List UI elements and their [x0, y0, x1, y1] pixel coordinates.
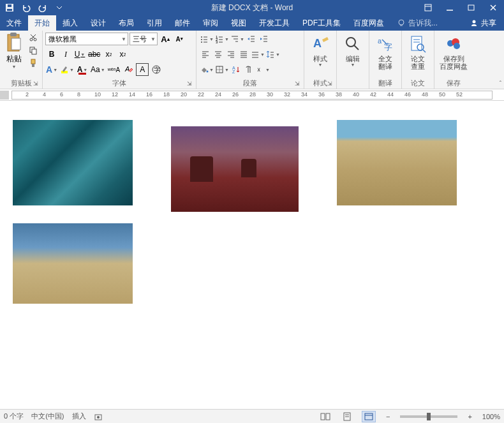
image-mining-machine[interactable]	[13, 223, 133, 304]
font-size-combo[interactable]: 三号▼	[130, 33, 158, 45]
tab-developer[interactable]: 开发工具	[253, 15, 296, 31]
show-marks-button[interactable]	[242, 63, 255, 76]
minimize-button[interactable]	[439, 0, 461, 15]
chevron-down-icon[interactable]: ▼	[151, 36, 156, 42]
tab-mailings[interactable]: 邮件	[168, 15, 196, 31]
subscript-button[interactable]: x2	[102, 48, 115, 61]
clear-formatting-button[interactable]: A	[122, 63, 135, 76]
styles-dialog-launcher[interactable]: ⇲	[327, 80, 335, 88]
increase-indent-button[interactable]	[258, 33, 271, 45]
tab-design[interactable]: 设计	[84, 15, 112, 31]
collapse-ribbon-button[interactable]: ˆ	[500, 80, 501, 87]
macro-indicator[interactable]	[94, 412, 103, 421]
strikethrough-button[interactable]: abc	[87, 48, 101, 61]
shading-button[interactable]: ▼	[199, 63, 214, 76]
save-qat-button[interactable]	[3, 1, 17, 15]
horizontal-ruler[interactable]: 2468101214161820222426283032343638404244…	[0, 89, 504, 101]
clipboard-dialog-launcher[interactable]: ⇲	[33, 80, 41, 88]
multilevel-list-button[interactable]: ▼	[230, 33, 245, 45]
qat-customize-button[interactable]	[52, 1, 66, 15]
shrink-font-button[interactable]: A▾	[173, 33, 186, 45]
paste-button[interactable]: 粘贴 ▼	[3, 32, 26, 69]
italic-button[interactable]: I	[59, 48, 72, 61]
tab-pdftools[interactable]: PDF工具集	[296, 15, 347, 31]
align-left-button[interactable]	[199, 48, 212, 61]
font-color-button[interactable]: A▼	[76, 63, 89, 76]
phonetic-guide-button[interactable]: wénA	[107, 63, 121, 76]
numbering-button[interactable]: 123▼	[214, 33, 230, 45]
cut-button[interactable]	[27, 32, 40, 43]
tab-home[interactable]: 开始	[28, 15, 56, 31]
line-spacing-button[interactable]: ▼	[265, 48, 281, 61]
zoom-slider-thumb[interactable]	[427, 413, 431, 420]
image-desert-monuments[interactable]	[171, 126, 299, 212]
underline-button[interactable]: U▼	[73, 48, 86, 61]
share-button[interactable]: 共享	[462, 15, 504, 31]
decrease-indent-button[interactable]	[245, 33, 258, 45]
zoom-slider[interactable]	[400, 415, 457, 418]
word-count[interactable]: 0 个字	[4, 412, 24, 421]
image-ocean-waves[interactable]	[13, 120, 133, 205]
font-dialog-launcher[interactable]: ⇲	[187, 80, 195, 88]
bold-button[interactable]: B	[45, 48, 58, 61]
tab-review[interactable]: 审阅	[196, 15, 225, 31]
close-button[interactable]	[482, 0, 504, 15]
justify-button[interactable]	[237, 48, 250, 61]
chevron-down-icon[interactable]: ▼	[121, 36, 126, 42]
tab-layout[interactable]: 布局	[112, 15, 140, 31]
align-center-button[interactable]	[212, 48, 225, 61]
ruler-tick: 34	[301, 91, 308, 98]
insert-mode[interactable]: 插入	[72, 412, 86, 421]
tab-references[interactable]: 引用	[140, 15, 168, 31]
undo-qat-button[interactable]	[19, 1, 33, 15]
paragraph-dialog-launcher[interactable]: ⇲	[295, 80, 302, 88]
redo-qat-button[interactable]	[36, 1, 50, 15]
bullets-button[interactable]: ▼	[199, 33, 214, 45]
tab-view[interactable]: 视图	[225, 15, 253, 31]
copy-icon	[29, 46, 38, 55]
change-case-button[interactable]: Aa▼	[90, 63, 106, 76]
sort-button[interactable]: AZ	[230, 63, 242, 76]
document-area[interactable]	[0, 101, 504, 409]
align-right-button[interactable]	[225, 48, 237, 61]
tab-selector[interactable]	[0, 91, 9, 100]
svg-text:A: A	[124, 65, 130, 73]
read-mode-button[interactable]	[318, 411, 332, 422]
tab-file[interactable]: 文件	[0, 15, 28, 31]
styles-button[interactable]: A 样式 ▼	[307, 32, 334, 67]
zoom-level[interactable]: 100%	[482, 413, 500, 420]
highlight-button[interactable]: ▼	[59, 63, 75, 76]
format-painter-button[interactable]	[27, 57, 40, 69]
maximize-button[interactable]	[461, 0, 482, 15]
thesis-check-button[interactable]: 论文 查重	[404, 32, 431, 70]
grow-font-button[interactable]: A▴	[159, 33, 172, 45]
enclose-characters-button[interactable]: 字	[150, 63, 163, 76]
zoom-out-button[interactable]: −	[383, 413, 392, 420]
tab-insert[interactable]: 插入	[56, 15, 84, 31]
tell-me-box[interactable]: 告诉我...	[397, 15, 438, 31]
character-border-button[interactable]: A	[136, 63, 149, 76]
ruler-tick: 26	[232, 91, 239, 98]
zoom-in-button[interactable]: +	[465, 413, 474, 420]
superscript-button[interactable]: x2	[116, 48, 129, 61]
pilcrow-icon	[244, 65, 253, 74]
tab-baidudisk[interactable]: 百度网盘	[347, 15, 390, 31]
language-indicator[interactable]: 中文(中国)	[31, 412, 64, 421]
font-name-combo[interactable]: 微软雅黑▼	[45, 33, 128, 45]
ribbon-display-button[interactable]	[417, 0, 439, 15]
ruler-tick: 36	[318, 91, 325, 98]
text-effects-button[interactable]: A▼	[45, 63, 58, 76]
copy-button[interactable]	[27, 45, 40, 56]
print-layout-button[interactable]	[340, 411, 354, 422]
document-search-icon	[408, 34, 427, 54]
window-controls	[417, 0, 504, 15]
svg-point-11	[473, 20, 476, 24]
editing-button[interactable]: 编辑 ▼	[339, 32, 366, 67]
image-quarry-bulldozer[interactable]	[337, 120, 457, 205]
web-layout-button[interactable]	[362, 411, 376, 422]
asian-layout-button[interactable]: ☓▼	[255, 63, 271, 76]
save-baidu-button[interactable]: 保存到 百度网盘	[437, 32, 470, 70]
borders-button[interactable]: ▼	[214, 63, 230, 76]
distributed-button[interactable]: ▼	[250, 48, 265, 61]
full-translate-button[interactable]: a字 全文 翻译	[372, 32, 399, 70]
